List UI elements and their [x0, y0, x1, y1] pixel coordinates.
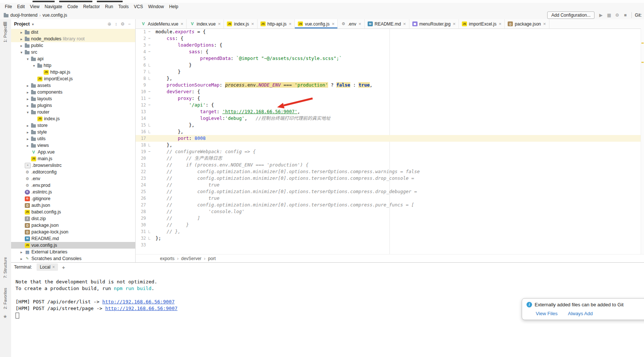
menu-item-help[interactable]: Help — [167, 3, 181, 10]
code-line-21[interactable]: 21 // if (process.env.NODE_ENV === 'prod… — [136, 162, 641, 168]
collapse-all-icon[interactable]: ↕ — [113, 21, 119, 27]
code-line-27[interactable]: 27 // config.optimization.minimizer[0].o… — [136, 202, 641, 208]
close-icon[interactable]: × — [453, 21, 456, 27]
code-line-11[interactable]: 11− proxy: { — [136, 95, 641, 102]
close-icon[interactable]: × — [543, 21, 546, 27]
close-icon[interactable]: × — [251, 21, 254, 27]
tree-item-env-prod[interactable]: ⚙.env.prod — [11, 182, 135, 189]
tool-button-structure[interactable]: 7: Structure — [3, 257, 7, 278]
close-icon[interactable]: × — [52, 265, 55, 270]
menu-item-file[interactable]: File — [2, 3, 14, 10]
tree-item-editorconfig[interactable]: ⚙.editorconfig — [11, 169, 135, 175]
project-panel-title[interactable]: Project — [14, 21, 30, 27]
tab-env[interactable]: ⚙.env× — [338, 19, 364, 28]
tree-item-dist[interactable]: ▸dist — [11, 29, 135, 36]
code-line-24[interactable]: 24 // true — [136, 182, 641, 188]
tree-item-router[interactable]: ▾router — [11, 109, 135, 115]
code-line-18[interactable]: 18 }, — [136, 142, 641, 148]
chevron-down-icon[interactable]: ▾ — [32, 64, 36, 68]
tree-item-components[interactable]: ▸components — [11, 89, 135, 95]
tree-item-eslintrc-js[interactable]: E.eslintrc.js — [11, 189, 135, 195]
always-add-link[interactable]: Always Add — [568, 311, 593, 316]
tree-item-dist-zip[interactable]: Zdist.zip — [11, 215, 135, 222]
tree-item-env[interactable]: ⚙.env — [11, 175, 135, 182]
breadcrumb-project[interactable]: duoji-frontend — [10, 13, 37, 18]
tab-menurouter-jpg[interactable]: ▦menuRouter.jpg× — [409, 19, 459, 28]
fold-marker[interactable] — [146, 142, 153, 148]
terminal-tab-local[interactable]: Local × — [37, 263, 58, 271]
tree-item-readme-md[interactable]: MREADME.md — [11, 235, 135, 242]
code-line-29[interactable]: 29 // ] — [136, 215, 641, 222]
stop-icon[interactable]: ■ — [622, 13, 628, 18]
tree-item-style[interactable]: ▸style — [11, 129, 135, 135]
breadcrumb-exports[interactable]: exports — [160, 256, 174, 261]
terminal-cursor[interactable] — [16, 313, 19, 319]
code-line-19[interactable]: 19− // configureWebpack: config => { — [136, 148, 641, 155]
chevron-down-icon[interactable]: ▾ — [20, 50, 23, 54]
view-files-link[interactable]: View Files — [536, 311, 558, 316]
fold-marker[interactable] — [146, 75, 153, 82]
code-link[interactable]: 'http://192.168.66.56:9007' — [222, 109, 297, 114]
chevron-right-icon[interactable]: ▸ — [20, 30, 23, 34]
chevron-right-icon[interactable]: ▸ — [26, 137, 30, 141]
error-stripe[interactable] — [641, 28, 644, 255]
tree-item-babel-config-js[interactable]: JSbabel.config.js — [11, 209, 135, 215]
chevron-right-icon[interactable]: ▸ — [26, 144, 30, 148]
tree-item-utils[interactable]: ▸utils — [11, 135, 135, 142]
tree-item-vue-config-js[interactable]: JSvue.config.js — [11, 242, 135, 249]
chevron-right-icon[interactable]: ▸ — [26, 104, 30, 108]
tree-item-gitignore[interactable]: G.gitignore — [11, 195, 135, 202]
code-line-32[interactable]: 32}; — [136, 235, 641, 242]
tree-item-node-modules[interactable]: ▸node_modules library root — [11, 36, 135, 42]
close-icon[interactable]: × — [218, 21, 221, 27]
fold-marker[interactable]: − — [146, 88, 153, 95]
code-area[interactable]: 1−module.exports = {2− css: {3− loaderOp… — [136, 28, 641, 255]
menu-item-run[interactable]: Run — [102, 3, 116, 10]
tree-item-api[interactable]: ▾api — [11, 55, 135, 62]
profiler-icon[interactable]: ▦ — [606, 13, 612, 18]
code-line-22[interactable]: 22 // config.optimization.minimizer[0].o… — [136, 168, 641, 175]
fold-marker[interactable]: − — [146, 42, 153, 48]
fold-marker[interactable] — [146, 62, 153, 68]
tab-asidemenu-vue[interactable]: VAsideMenu.vue× — [138, 19, 187, 28]
fold-marker[interactable] — [146, 128, 153, 135]
tree-item-public[interactable]: ▸public — [11, 42, 135, 49]
close-icon[interactable]: × — [403, 21, 406, 27]
tree-item-assets[interactable]: ▸assets — [11, 82, 135, 89]
code-line-12[interactable]: 12− '/api': { — [136, 102, 641, 108]
favorites-star-icon[interactable]: ★ — [3, 314, 7, 319]
chevron-right-icon[interactable]: ▸ — [26, 90, 30, 94]
close-icon[interactable]: × — [358, 21, 361, 27]
tab-readme-md[interactable]: MREADME.md× — [365, 19, 409, 28]
chevron-right-icon[interactable]: ▸ — [20, 37, 23, 41]
fold-marker[interactable]: − — [146, 35, 153, 42]
code-line-6[interactable]: 6 } — [136, 62, 641, 68]
code-line-20[interactable]: 20 // // 生产去除日志 — [136, 155, 641, 162]
fold-marker[interactable] — [146, 235, 153, 242]
chevron-right-icon[interactable]: ▸ — [26, 97, 30, 101]
breadcrumb-devserver[interactable]: devServer — [181, 256, 201, 261]
code-line-3[interactable]: 3− loaderOptions: { — [136, 42, 641, 48]
tree-item-app-vue[interactable]: VApp.vue — [11, 149, 135, 155]
settings-icon[interactable]: ⚙ — [614, 13, 620, 18]
fold-marker[interactable]: − — [146, 102, 153, 108]
tree-item-browserslistrc[interactable]: ≡.browserslistrc — [11, 162, 135, 169]
breadcrumb-file[interactable]: vue.config.js — [42, 13, 67, 18]
code-line-15[interactable]: 15 }, — [136, 122, 641, 128]
tree-item-main-js[interactable]: JSmain.js — [11, 155, 135, 162]
fold-marker[interactable]: − — [146, 95, 153, 102]
tree-item-scratches-and-consoles[interactable]: ▸✎Scratches and Consoles — [11, 255, 135, 262]
breadcrumb-port[interactable]: port — [208, 256, 216, 261]
tree-item-views[interactable]: ▸views — [11, 142, 135, 149]
tool-button-favorites[interactable]: 2: Favorites — [3, 288, 7, 309]
menu-item-view[interactable]: View — [27, 3, 42, 10]
tab-importexcel-js[interactable]: JSimportExcel.js× — [459, 19, 505, 28]
tool-button-project[interactable]: 1: Project — [3, 25, 7, 42]
tree-item-src[interactable]: ▾src — [11, 49, 135, 55]
code-line-31[interactable]: 31 // }, — [136, 228, 641, 235]
menu-item-edit[interactable]: Edit — [14, 3, 27, 10]
code-line-33[interactable]: 33 — [136, 242, 641, 248]
git-label[interactable]: Git: — [635, 13, 642, 18]
tree-item-auth-json[interactable]: {}auth.json — [11, 202, 135, 209]
tab-index-vue[interactable]: Vindex.vue× — [187, 19, 224, 28]
